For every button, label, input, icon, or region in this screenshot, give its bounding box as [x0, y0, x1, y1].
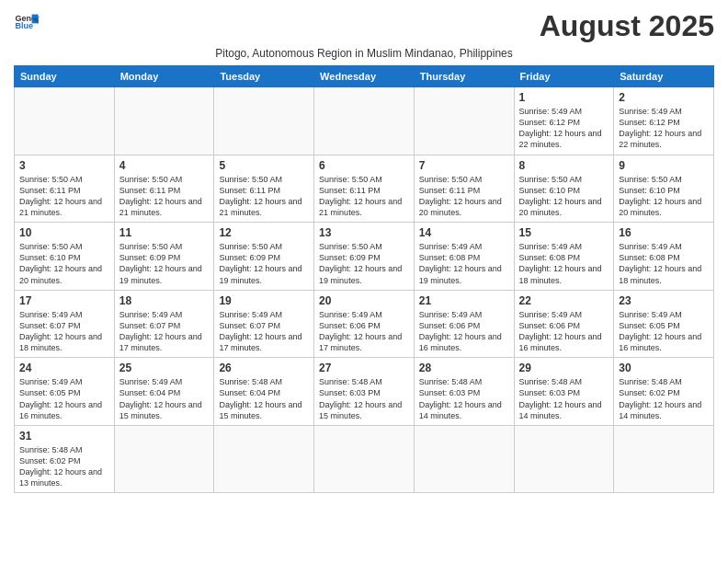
calendar-cell: 12Sunrise: 5:50 AM Sunset: 6:09 PM Dayli…: [214, 223, 314, 291]
day-header: Sunday: [15, 66, 115, 87]
day-number: 5: [219, 159, 309, 172]
calendar-cell: [314, 87, 415, 155]
cell-sun-info: Sunrise: 5:49 AM Sunset: 6:12 PM Dayligh…: [619, 106, 709, 151]
cell-sun-info: Sunrise: 5:48 AM Sunset: 6:04 PM Dayligh…: [219, 376, 309, 421]
calendar-week-row: 31Sunrise: 5:48 AM Sunset: 6:02 PM Dayli…: [15, 425, 714, 493]
cell-sun-info: Sunrise: 5:50 AM Sunset: 6:10 PM Dayligh…: [519, 174, 609, 219]
calendar-cell: 8Sunrise: 5:50 AM Sunset: 6:10 PM Daylig…: [514, 155, 614, 223]
day-number: 18: [119, 294, 210, 307]
day-header: Wednesday: [314, 66, 415, 87]
day-number: 22: [519, 294, 609, 307]
cell-sun-info: Sunrise: 5:48 AM Sunset: 6:02 PM Dayligh…: [619, 376, 709, 421]
cell-sun-info: Sunrise: 5:50 AM Sunset: 6:11 PM Dayligh…: [419, 174, 509, 219]
calendar-cell: [214, 87, 314, 155]
calendar-cell: 29Sunrise: 5:48 AM Sunset: 6:03 PM Dayli…: [514, 358, 614, 426]
cell-sun-info: Sunrise: 5:48 AM Sunset: 6:03 PM Dayligh…: [419, 376, 509, 421]
calendar-cell: 4Sunrise: 5:50 AM Sunset: 6:11 PM Daylig…: [114, 155, 214, 223]
day-number: 12: [219, 226, 309, 239]
calendar-cell: [614, 425, 714, 493]
cell-sun-info: Sunrise: 5:48 AM Sunset: 6:02 PM Dayligh…: [19, 444, 109, 489]
calendar-cell: 23Sunrise: 5:49 AM Sunset: 6:05 PM Dayli…: [614, 290, 714, 358]
calendar-cell: 17Sunrise: 5:49 AM Sunset: 6:07 PM Dayli…: [15, 290, 115, 358]
day-number: 24: [19, 362, 109, 374]
cell-sun-info: Sunrise: 5:49 AM Sunset: 6:06 PM Dayligh…: [519, 309, 609, 354]
day-number: 6: [319, 159, 409, 172]
calendar-week-row: 3Sunrise: 5:50 AM Sunset: 6:11 PM Daylig…: [15, 155, 714, 223]
day-header: Tuesday: [214, 66, 314, 87]
cell-sun-info: Sunrise: 5:50 AM Sunset: 6:11 PM Dayligh…: [19, 174, 109, 219]
day-number: 21: [419, 294, 509, 307]
cell-sun-info: Sunrise: 5:49 AM Sunset: 6:06 PM Dayligh…: [319, 309, 409, 354]
month-year: August 2025: [540, 9, 714, 43]
calendar-cell: 6Sunrise: 5:50 AM Sunset: 6:11 PM Daylig…: [314, 155, 415, 223]
calendar-week-row: 1Sunrise: 5:49 AM Sunset: 6:12 PM Daylig…: [15, 87, 714, 155]
cell-sun-info: Sunrise: 5:48 AM Sunset: 6:03 PM Dayligh…: [319, 376, 409, 421]
calendar-cell: 19Sunrise: 5:49 AM Sunset: 6:07 PM Dayli…: [214, 290, 314, 358]
cell-sun-info: Sunrise: 5:49 AM Sunset: 6:07 PM Dayligh…: [119, 309, 210, 354]
cell-sun-info: Sunrise: 5:50 AM Sunset: 6:10 PM Dayligh…: [619, 174, 709, 219]
calendar-cell: 21Sunrise: 5:49 AM Sunset: 6:06 PM Dayli…: [414, 290, 514, 358]
day-number: 3: [19, 159, 109, 172]
calendar-cell: [414, 87, 514, 155]
calendar-cell: 24Sunrise: 5:49 AM Sunset: 6:05 PM Dayli…: [15, 358, 115, 426]
day-number: 15: [519, 226, 609, 239]
day-number: 10: [19, 226, 109, 239]
day-number: 14: [419, 226, 509, 239]
day-number: 11: [119, 226, 210, 239]
cell-sun-info: Sunrise: 5:49 AM Sunset: 6:12 PM Dayligh…: [519, 106, 609, 151]
header: General Blue August 2025: [14, 9, 714, 43]
calendar-cell: 1Sunrise: 5:49 AM Sunset: 6:12 PM Daylig…: [514, 87, 614, 155]
calendar-cell: [214, 425, 314, 493]
calendar-cell: [114, 425, 214, 493]
cell-sun-info: Sunrise: 5:49 AM Sunset: 6:08 PM Dayligh…: [519, 241, 609, 286]
cell-sun-info: Sunrise: 5:50 AM Sunset: 6:09 PM Dayligh…: [319, 241, 409, 286]
calendar-cell: [514, 425, 614, 493]
calendar-cell: 25Sunrise: 5:49 AM Sunset: 6:04 PM Dayli…: [114, 358, 214, 426]
calendar-week-row: 17Sunrise: 5:49 AM Sunset: 6:07 PM Dayli…: [15, 290, 714, 358]
day-number: 1: [519, 91, 609, 104]
day-number: 16: [619, 226, 709, 239]
day-number: 25: [119, 362, 210, 374]
day-number: 2: [619, 91, 709, 104]
day-number: 29: [519, 362, 609, 374]
calendar-cell: 9Sunrise: 5:50 AM Sunset: 6:10 PM Daylig…: [614, 155, 714, 223]
day-number: 4: [119, 159, 210, 172]
calendar-cell: 31Sunrise: 5:48 AM Sunset: 6:02 PM Dayli…: [15, 425, 115, 493]
calendar-table: SundayMondayTuesdayWednesdayThursdayFrid…: [14, 65, 714, 493]
logo-icon: General Blue: [14, 9, 40, 35]
calendar-cell: 26Sunrise: 5:48 AM Sunset: 6:04 PM Dayli…: [214, 358, 314, 426]
cell-sun-info: Sunrise: 5:49 AM Sunset: 6:04 PM Dayligh…: [119, 376, 210, 421]
calendar-cell: 5Sunrise: 5:50 AM Sunset: 6:11 PM Daylig…: [214, 155, 314, 223]
day-header: Friday: [514, 66, 614, 87]
day-number: 7: [419, 159, 509, 172]
calendar-cell: 22Sunrise: 5:49 AM Sunset: 6:06 PM Dayli…: [514, 290, 614, 358]
title-block: August 2025: [540, 9, 714, 43]
day-number: 17: [19, 294, 109, 307]
calendar-cell: 2Sunrise: 5:49 AM Sunset: 6:12 PM Daylig…: [614, 87, 714, 155]
day-header: Monday: [114, 66, 214, 87]
calendar-cell: 30Sunrise: 5:48 AM Sunset: 6:02 PM Dayli…: [614, 358, 714, 426]
calendar-cell: 10Sunrise: 5:50 AM Sunset: 6:10 PM Dayli…: [15, 223, 115, 291]
calendar-cell: 28Sunrise: 5:48 AM Sunset: 6:03 PM Dayli…: [414, 358, 514, 426]
day-number: 23: [619, 294, 709, 307]
day-number: 19: [219, 294, 309, 307]
cell-sun-info: Sunrise: 5:50 AM Sunset: 6:09 PM Dayligh…: [219, 241, 309, 286]
cell-sun-info: Sunrise: 5:49 AM Sunset: 6:08 PM Dayligh…: [619, 241, 709, 286]
calendar-cell: 13Sunrise: 5:50 AM Sunset: 6:09 PM Dayli…: [314, 223, 415, 291]
calendar-body: 1Sunrise: 5:49 AM Sunset: 6:12 PM Daylig…: [15, 87, 714, 493]
cell-sun-info: Sunrise: 5:49 AM Sunset: 6:05 PM Dayligh…: [19, 376, 109, 421]
day-number: 9: [619, 159, 709, 172]
cell-sun-info: Sunrise: 5:48 AM Sunset: 6:03 PM Dayligh…: [519, 376, 609, 421]
calendar-cell: 7Sunrise: 5:50 AM Sunset: 6:11 PM Daylig…: [414, 155, 514, 223]
day-header: Thursday: [414, 66, 514, 87]
day-header: Saturday: [614, 66, 714, 87]
cell-sun-info: Sunrise: 5:49 AM Sunset: 6:06 PM Dayligh…: [419, 309, 509, 354]
cell-sun-info: Sunrise: 5:49 AM Sunset: 6:08 PM Dayligh…: [419, 241, 509, 286]
day-number: 30: [619, 362, 709, 374]
subtitle: Pitogo, Autonomous Region in Muslim Mind…: [14, 47, 714, 60]
day-number: 28: [419, 362, 509, 374]
calendar-cell: [414, 425, 514, 493]
calendar-cell: 16Sunrise: 5:49 AM Sunset: 6:08 PM Dayli…: [614, 223, 714, 291]
cell-sun-info: Sunrise: 5:50 AM Sunset: 6:11 PM Dayligh…: [119, 174, 210, 219]
cell-sun-info: Sunrise: 5:49 AM Sunset: 6:07 PM Dayligh…: [219, 309, 309, 354]
